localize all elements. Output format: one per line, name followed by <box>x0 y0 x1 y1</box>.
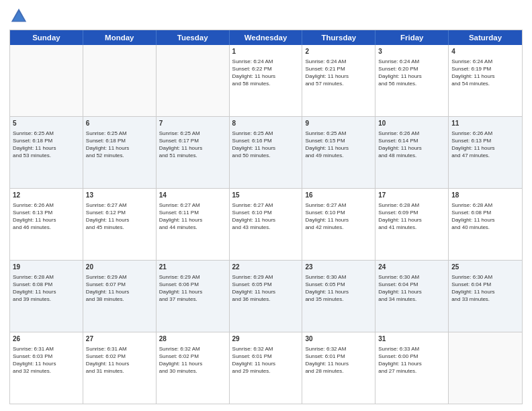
day-info: Sunrise: 6:31 AM Sunset: 6:02 PM Dayligh… <box>86 345 153 375</box>
calendar-cell-day-28: 28Sunrise: 6:32 AM Sunset: 6:02 PM Dayli… <box>157 332 230 404</box>
calendar-cell-empty <box>83 45 157 116</box>
calendar-cell-day-30: 30Sunrise: 6:32 AM Sunset: 6:01 PM Dayli… <box>302 332 375 404</box>
day-info: Sunrise: 6:24 AM Sunset: 6:21 PM Dayligh… <box>305 58 372 88</box>
calendar-cell-day-9: 9Sunrise: 6:25 AM Sunset: 6:15 PM Daylig… <box>302 117 375 188</box>
day-number: 2 <box>305 47 372 56</box>
day-number: 6 <box>86 119 153 128</box>
day-info: Sunrise: 6:25 AM Sunset: 6:18 PM Dayligh… <box>13 130 80 160</box>
header <box>9 7 523 26</box>
calendar-cell-day-12: 12Sunrise: 6:26 AM Sunset: 6:13 PM Dayli… <box>10 189 83 260</box>
day-info: Sunrise: 6:24 AM Sunset: 6:22 PM Dayligh… <box>232 58 300 88</box>
calendar-cell-day-22: 22Sunrise: 6:29 AM Sunset: 6:05 PM Dayli… <box>230 261 303 332</box>
calendar-header-row: SundayMondayTuesdayWednesdayThursdayFrid… <box>10 30 522 45</box>
day-number: 17 <box>378 191 445 200</box>
day-info: Sunrise: 6:31 AM Sunset: 6:03 PM Dayligh… <box>13 345 80 375</box>
day-info: Sunrise: 6:32 AM Sunset: 6:01 PM Dayligh… <box>305 345 372 375</box>
calendar-row-4: 19Sunrise: 6:28 AM Sunset: 6:08 PM Dayli… <box>10 260 522 332</box>
calendar-cell-day-16: 16Sunrise: 6:27 AM Sunset: 6:10 PM Dayli… <box>302 189 375 260</box>
day-info: Sunrise: 6:28 AM Sunset: 6:08 PM Dayligh… <box>451 201 519 232</box>
day-info: Sunrise: 6:26 AM Sunset: 6:13 PM Dayligh… <box>13 201 80 232</box>
day-info: Sunrise: 6:26 AM Sunset: 6:14 PM Dayligh… <box>378 130 445 160</box>
calendar-cell-day-29: 29Sunrise: 6:32 AM Sunset: 6:01 PM Dayli… <box>230 332 303 404</box>
calendar-cell-empty <box>157 45 230 116</box>
day-number: 4 <box>451 47 519 56</box>
logo-icon <box>9 7 28 26</box>
day-info: Sunrise: 6:25 AM Sunset: 6:15 PM Dayligh… <box>305 130 372 160</box>
calendar-cell-day-5: 5Sunrise: 6:25 AM Sunset: 6:18 PM Daylig… <box>10 117 83 188</box>
day-number: 18 <box>451 191 519 200</box>
calendar-row-1: 1Sunrise: 6:24 AM Sunset: 6:22 PM Daylig… <box>10 45 522 116</box>
calendar: SundayMondayTuesdayWednesdayThursdayFrid… <box>9 30 523 404</box>
day-info: Sunrise: 6:30 AM Sunset: 6:04 PM Dayligh… <box>451 273 519 304</box>
calendar-cell-day-3: 3Sunrise: 6:24 AM Sunset: 6:20 PM Daylig… <box>375 45 449 116</box>
day-info: Sunrise: 6:25 AM Sunset: 6:17 PM Dayligh… <box>159 130 226 160</box>
header-cell-tuesday: Tuesday <box>157 30 230 45</box>
day-number: 15 <box>232 191 300 200</box>
day-info: Sunrise: 6:33 AM Sunset: 6:00 PM Dayligh… <box>378 345 445 375</box>
day-number: 14 <box>159 191 226 200</box>
day-number: 3 <box>378 47 445 56</box>
day-info: Sunrise: 6:32 AM Sunset: 6:02 PM Dayligh… <box>159 345 226 375</box>
day-info: Sunrise: 6:28 AM Sunset: 6:09 PM Dayligh… <box>378 201 445 232</box>
day-info: Sunrise: 6:24 AM Sunset: 6:20 PM Dayligh… <box>378 58 445 88</box>
day-info: Sunrise: 6:27 AM Sunset: 6:10 PM Dayligh… <box>232 201 300 232</box>
day-info: Sunrise: 6:29 AM Sunset: 6:05 PM Dayligh… <box>232 273 300 304</box>
day-number: 8 <box>232 119 300 128</box>
day-number: 1 <box>232 47 300 56</box>
day-number: 10 <box>378 119 445 128</box>
day-info: Sunrise: 6:25 AM Sunset: 6:18 PM Dayligh… <box>86 130 153 160</box>
calendar-cell-day-7: 7Sunrise: 6:25 AM Sunset: 6:17 PM Daylig… <box>157 117 230 188</box>
day-number: 13 <box>86 191 153 200</box>
day-number: 31 <box>378 334 445 344</box>
day-info: Sunrise: 6:29 AM Sunset: 6:07 PM Dayligh… <box>86 273 153 304</box>
calendar-cell-day-8: 8Sunrise: 6:25 AM Sunset: 6:16 PM Daylig… <box>230 117 303 188</box>
calendar-cell-day-2: 2Sunrise: 6:24 AM Sunset: 6:21 PM Daylig… <box>302 45 375 116</box>
calendar-body: 1Sunrise: 6:24 AM Sunset: 6:22 PM Daylig… <box>10 45 522 404</box>
calendar-cell-day-19: 19Sunrise: 6:28 AM Sunset: 6:08 PM Dayli… <box>10 261 83 332</box>
day-number: 23 <box>305 263 372 272</box>
header-cell-monday: Monday <box>83 30 157 45</box>
day-info: Sunrise: 6:30 AM Sunset: 6:05 PM Dayligh… <box>305 273 372 304</box>
calendar-cell-day-15: 15Sunrise: 6:27 AM Sunset: 6:10 PM Dayli… <box>230 189 303 260</box>
calendar-cell-day-13: 13Sunrise: 6:27 AM Sunset: 6:12 PM Dayli… <box>83 189 157 260</box>
calendar-cell-day-26: 26Sunrise: 6:31 AM Sunset: 6:03 PM Dayli… <box>10 332 83 404</box>
calendar-cell-day-27: 27Sunrise: 6:31 AM Sunset: 6:02 PM Dayli… <box>83 332 157 404</box>
day-info: Sunrise: 6:27 AM Sunset: 6:12 PM Dayligh… <box>86 201 153 232</box>
day-info: Sunrise: 6:26 AM Sunset: 6:13 PM Dayligh… <box>451 130 519 160</box>
day-info: Sunrise: 6:24 AM Sunset: 6:19 PM Dayligh… <box>451 58 519 88</box>
calendar-cell-day-14: 14Sunrise: 6:27 AM Sunset: 6:11 PM Dayli… <box>157 189 230 260</box>
day-info: Sunrise: 6:30 AM Sunset: 6:04 PM Dayligh… <box>378 273 445 304</box>
day-number: 22 <box>232 263 300 272</box>
day-info: Sunrise: 6:25 AM Sunset: 6:16 PM Dayligh… <box>232 130 300 160</box>
day-number: 24 <box>378 263 445 272</box>
header-cell-thursday: Thursday <box>302 30 375 45</box>
logo <box>9 7 31 26</box>
day-number: 19 <box>13 263 80 272</box>
calendar-row-5: 26Sunrise: 6:31 AM Sunset: 6:03 PM Dayli… <box>10 332 522 404</box>
day-number: 9 <box>305 119 372 128</box>
day-number: 5 <box>13 119 80 128</box>
day-info: Sunrise: 6:32 AM Sunset: 6:01 PM Dayligh… <box>232 345 300 375</box>
day-number: 28 <box>159 334 226 344</box>
calendar-cell-day-20: 20Sunrise: 6:29 AM Sunset: 6:07 PM Dayli… <box>83 261 157 332</box>
day-number: 25 <box>451 263 519 272</box>
day-info: Sunrise: 6:27 AM Sunset: 6:10 PM Dayligh… <box>305 201 372 232</box>
calendar-cell-day-1: 1Sunrise: 6:24 AM Sunset: 6:22 PM Daylig… <box>230 45 303 116</box>
calendar-cell-day-25: 25Sunrise: 6:30 AM Sunset: 6:04 PM Dayli… <box>449 261 522 332</box>
calendar-row-3: 12Sunrise: 6:26 AM Sunset: 6:13 PM Dayli… <box>10 188 522 260</box>
calendar-cell-day-17: 17Sunrise: 6:28 AM Sunset: 6:09 PM Dayli… <box>375 189 449 260</box>
day-info: Sunrise: 6:27 AM Sunset: 6:11 PM Dayligh… <box>159 201 226 232</box>
day-number: 16 <box>305 191 372 200</box>
page: SundayMondayTuesdayWednesdayThursdayFrid… <box>0 0 532 411</box>
day-number: 20 <box>86 263 153 272</box>
calendar-cell-day-31: 31Sunrise: 6:33 AM Sunset: 6:00 PM Dayli… <box>375 332 449 404</box>
calendar-cell-empty <box>449 332 522 404</box>
day-number: 29 <box>232 334 300 344</box>
day-number: 7 <box>159 119 226 128</box>
day-number: 27 <box>86 334 153 344</box>
calendar-cell-day-23: 23Sunrise: 6:30 AM Sunset: 6:05 PM Dayli… <box>302 261 375 332</box>
day-number: 12 <box>13 191 80 200</box>
day-number: 11 <box>451 119 519 128</box>
calendar-cell-day-21: 21Sunrise: 6:29 AM Sunset: 6:06 PM Dayli… <box>157 261 230 332</box>
calendar-cell-day-24: 24Sunrise: 6:30 AM Sunset: 6:04 PM Dayli… <box>375 261 449 332</box>
